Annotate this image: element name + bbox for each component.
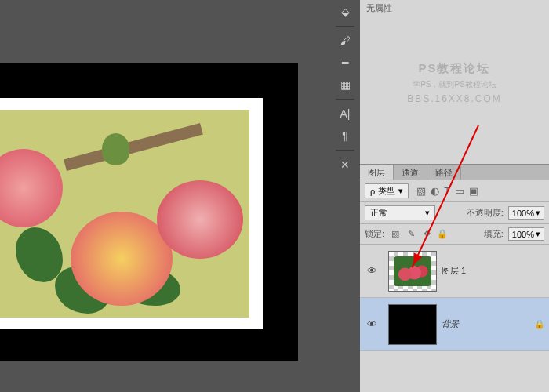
lock-icons: ▧ ✎ ✥ 🔒 <box>389 229 449 239</box>
blend-mode-dropdown[interactable]: 正常 ▾ <box>365 205 435 220</box>
visibility-toggle[interactable]: 👁 <box>360 318 384 330</box>
watermark: PS教程论坛 学PS，就到PS教程论坛 BBS.16XX8.COM <box>407 60 502 103</box>
paragraph-icon[interactable]: ¶ <box>337 128 353 143</box>
lock-label: 锁定: <box>365 228 384 240</box>
layers-panel: 图层 通道 路径 ρ 类型 ▾ ▧ ◐ T ▭ ▣ 正常 ▾ 不透明度: <box>360 165 549 392</box>
bird <box>102 133 129 165</box>
lock-pixels-icon[interactable]: ✎ <box>405 229 417 239</box>
layer-thumbnail[interactable] <box>388 304 437 345</box>
lock-transparent-icon[interactable]: ▧ <box>389 229 402 239</box>
magnet-icon[interactable]: ⬙ <box>337 4 353 20</box>
blend-mode-value: 正常 <box>370 207 387 219</box>
stroke-icon[interactable]: ━ <box>337 55 353 71</box>
watermark-title: PS教程论坛 <box>407 60 502 75</box>
filter-kind-label: 类型 <box>378 185 395 197</box>
fill-label: 填充: <box>484 228 504 240</box>
layer-list: 👁 图层 1 👁 背景 🔒 <box>360 245 549 392</box>
canvas-area <box>0 0 310 392</box>
search-icon: ρ <box>370 187 375 196</box>
layer-name[interactable]: 图层 1 <box>442 265 549 277</box>
layer-filter-row: ρ 类型 ▾ ▧ ◐ T ▭ ▣ <box>360 180 549 202</box>
fill-input[interactable]: 100% ▾ <box>508 227 544 241</box>
peony-flower <box>157 180 243 259</box>
layer-name[interactable]: 背景 <box>442 318 530 330</box>
canvas-image[interactable] <box>0 110 249 318</box>
tab-channels[interactable]: 通道 <box>394 165 427 180</box>
type-icon[interactable]: A| <box>337 106 353 122</box>
swatch-icon[interactable]: ▦ <box>337 77 353 93</box>
layer-row[interactable]: 👁 图层 1 <box>360 245 549 298</box>
branch <box>64 123 203 171</box>
filter-smart-icon[interactable]: ▣ <box>469 185 478 197</box>
tool-column: ⬙ 🖌 ━ ▦ A| ¶ ✕ <box>333 0 357 180</box>
blend-row: 正常 ▾ 不透明度: 100% ▾ <box>360 202 549 224</box>
chevron-down-icon: ▾ <box>536 229 540 239</box>
tools-icon[interactable]: ✕ <box>337 157 353 172</box>
filter-adjust-icon[interactable]: ◐ <box>431 185 439 197</box>
visibility-toggle[interactable]: 👁 <box>360 265 384 277</box>
filter-shape-icon[interactable]: ▭ <box>455 185 464 197</box>
fill-value: 100% <box>512 230 534 239</box>
opacity-value: 100% <box>512 209 534 218</box>
leaf <box>16 227 63 282</box>
opacity-label: 不透明度: <box>467 207 504 219</box>
chevron-down-icon: ▾ <box>398 186 403 196</box>
watermark-url: BBS.16XX8.COM <box>407 93 502 103</box>
lock-row: 锁定: ▧ ✎ ✥ 🔒 填充: 100% ▾ <box>360 224 549 245</box>
lock-icon: 🔒 <box>530 319 549 329</box>
tab-layers[interactable]: 图层 <box>360 165 394 180</box>
lock-all-icon[interactable]: 🔒 <box>436 229 449 239</box>
layer-row[interactable]: 👁 背景 🔒 <box>360 298 549 351</box>
opacity-input[interactable]: 100% ▾ <box>508 206 544 220</box>
filter-kind-dropdown[interactable]: ρ 类型 ▾ <box>365 183 409 198</box>
filter-pixel-icon[interactable]: ▧ <box>416 185 426 197</box>
properties-header: 无属性 <box>360 0 549 16</box>
right-panel: 无属性 PS教程论坛 学PS，就到PS教程论坛 BBS.16XX8.COM 图层… <box>360 0 549 392</box>
chevron-down-icon: ▾ <box>425 208 430 218</box>
properties-panel: 无属性 PS教程论坛 学PS，就到PS教程论坛 BBS.16XX8.COM <box>360 0 549 165</box>
brush-icon[interactable]: 🖌 <box>337 33 353 49</box>
peony-flower <box>0 149 63 227</box>
chevron-down-icon: ▾ <box>536 208 540 218</box>
watermark-sub: 学PS，就到PS教程论坛 <box>407 78 502 89</box>
